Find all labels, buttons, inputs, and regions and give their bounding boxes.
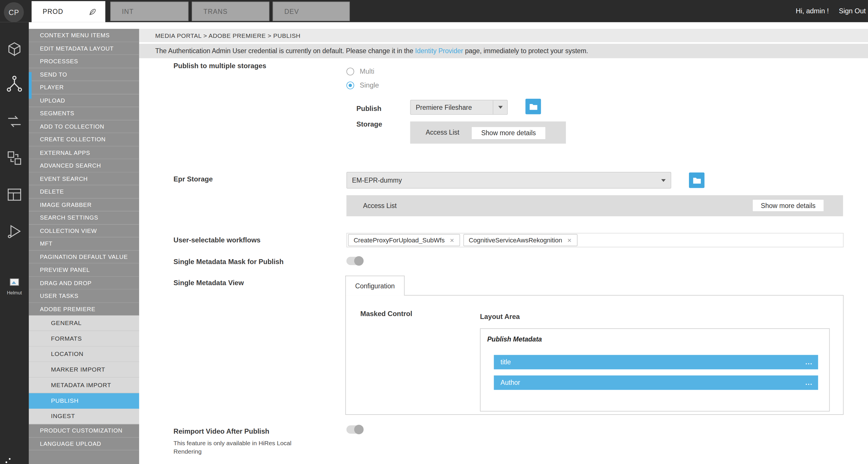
publish-storage-browse-button[interactable] [526, 99, 541, 114]
sidebar-item-user-tasks[interactable]: USER TASKS [29, 290, 139, 302]
sidebar-subitem-location[interactable]: LOCATION [29, 347, 139, 362]
env-tab-trans-label: TRANS [203, 7, 227, 15]
sidebar-item-image-grabber[interactable]: IMAGE GRABBER [29, 198, 139, 211]
sidebar-item-collection-view[interactable]: COLLECTION VIEW [29, 224, 139, 237]
env-tab-dev[interactable]: DEV [273, 2, 350, 21]
metadata-field-label: title [500, 358, 511, 366]
epr-storage-label: Epr Storage [174, 175, 213, 183]
folder-icon [529, 103, 537, 110]
topbar-user-area: Hi, admin ! Sign Out [796, 0, 866, 22]
app-window: CP PROD INT TRANS DEV Hi, admin ! Sign O… [0, 0, 868, 464]
sidebar-item-language-upload[interactable]: LANGUAGE UPLOAD [29, 437, 139, 451]
sidebar-item-event-search[interactable]: EVENT SEARCH [29, 172, 139, 185]
sidebar-subitem-ingest[interactable]: INGEST [29, 409, 139, 425]
metadata-field-label: Author [500, 379, 520, 386]
identity-provider-link[interactable]: Identity Provider [415, 47, 463, 55]
radio-multi-label: Multi [360, 67, 374, 76]
publish-metadata-title: Publish Metadata [487, 336, 542, 343]
workflow-tags-input[interactable]: CreateProxyForUpload_SubWfs ✕ CognitiveS… [346, 233, 844, 247]
sidebar-item-send-to[interactable]: SEND TO [29, 68, 139, 81]
sidebar-item-advanced-search[interactable]: ADVANCED SEARCH [29, 159, 139, 172]
env-tab-prod[interactable]: PROD [31, 1, 105, 22]
sidebar-item-preview-panel[interactable]: PREVIEW PANEL [29, 263, 139, 277]
sidebar-subitem-marker-import[interactable]: MARKER IMPORT [29, 362, 139, 378]
sidebar-item-create-collection[interactable]: CREATE COLLECTION [29, 133, 139, 146]
workflow-tag[interactable]: CognitiveServiceAwsRekognition ✕ [463, 234, 577, 246]
single-metadata-view-label: Single Metadata View [174, 279, 244, 287]
publish-storage-label: Publish Storage [356, 101, 393, 132]
workflow-tag[interactable]: CreateProxyForUpload_SubWfs ✕ [348, 234, 460, 246]
show-more-details-button[interactable]: Show more details [752, 199, 825, 212]
sidebar-item-delete[interactable]: DELETE [29, 185, 139, 198]
main-content: MEDIA PORTAL > ADOBE PREMIERE > PUBLISH … [139, 22, 868, 464]
sidebar-item-drag-and-drop[interactable]: DRAG AND DROP [29, 277, 139, 290]
panels-icon[interactable] [6, 186, 23, 203]
sidebar-item-product-customization[interactable]: PRODUCT CUSTOMIZATION [29, 424, 139, 437]
sidebar-item-adobe-premiere[interactable]: ADOBE PREMIERE [29, 302, 139, 316]
env-tab-trans[interactable]: TRANS [192, 2, 270, 21]
sidebar-subitem-general[interactable]: GENERAL [29, 316, 139, 331]
sidebar-item-add-to-collection[interactable]: ADD TO COLLECTION [29, 120, 139, 133]
tab-configuration[interactable]: Configuration [345, 276, 405, 295]
sidebar-item-context-menu-items[interactable]: CONTEXT MENU ITEMS [29, 29, 139, 42]
helmut-label: Helmut [7, 290, 22, 295]
app-logo[interactable]: CP [4, 2, 24, 22]
publish-storage-dropdown[interactable]: Premiere Fileshare [410, 100, 508, 115]
sidebar-item-player[interactable]: PLAYER [29, 81, 139, 94]
user-greeting: Hi, admin ! [796, 7, 829, 15]
radio-row-multi: Multi [346, 67, 374, 76]
sign-out-link[interactable]: Sign Out [839, 7, 866, 15]
sidebar-item-edit-metadata-layout[interactable]: EDIT METADATA LAYOUT [29, 42, 139, 55]
publish-storage-value: Premiere Fileshare [416, 104, 472, 111]
remove-tag-icon[interactable]: ✕ [567, 237, 572, 243]
render-play-icon[interactable] [6, 223, 23, 240]
sidebar-filler [29, 451, 139, 464]
icon-rail: Helmut ⚙ [0, 22, 29, 464]
sidebar-subitem-formats[interactable]: FORMATS [29, 331, 139, 347]
single-metadata-mask-toggle[interactable] [346, 257, 363, 265]
workflow-tree-icon[interactable] [5, 74, 24, 93]
sidebar-item-mft[interactable]: MFT [29, 237, 139, 251]
reimport-video-toggle[interactable] [346, 425, 363, 434]
radio-multi[interactable] [346, 67, 354, 76]
spark-dot [9, 458, 11, 460]
sidebar-subitem-metadata-import[interactable]: METADATA IMPORT [29, 378, 139, 393]
env-tab-int[interactable]: INT [110, 2, 189, 21]
top-bar: CP PROD INT TRANS DEV Hi, admin ! Sign O… [0, 0, 868, 22]
radio-single-label: Single [360, 82, 379, 89]
metadata-field-title[interactable]: title ... [494, 355, 818, 369]
sidebar-item-segments[interactable]: SEGMENTS [29, 107, 139, 120]
env-tab-dev-label: DEV [284, 7, 299, 15]
sidebar-item-pagination-default-value[interactable]: PAGINATION DEFAULT VALUE [29, 251, 139, 263]
sidebar-item-external-apps[interactable]: EXTERNAL APPS [29, 146, 139, 159]
env-tab-prod-label: PROD [43, 8, 63, 16]
epr-storage-dropdown[interactable]: EM-EPR-dummy [346, 172, 671, 188]
metadata-field-author[interactable]: Author ... [494, 376, 818, 390]
warning-text-after: page, immediately to protect your system… [463, 47, 588, 55]
process-flow-icon[interactable] [6, 113, 23, 130]
single-metadata-mask-label: Single Metadata Mask for Publish [174, 258, 284, 266]
toggle-knob [354, 425, 364, 434]
sidebar-subitem-publish[interactable]: PUBLISH [29, 393, 139, 409]
sidebar-item-upload[interactable]: UPLOAD [29, 94, 139, 107]
epr-storage-browse-button[interactable] [689, 173, 705, 188]
reimport-helper-text: This feature is only available in HiRes … [174, 439, 313, 456]
field-menu-icon[interactable]: ... [805, 379, 812, 386]
show-more-details-button[interactable]: Show more details [471, 126, 546, 140]
helmut-logo[interactable]: Helmut [0, 279, 29, 297]
publish-multiple-storages-label: Publish to multiple storages [174, 62, 266, 70]
workflow-tag-label: CognitiveServiceAwsRekognition [469, 237, 562, 243]
sidebar-item-processes[interactable]: PROCESSES [29, 55, 139, 68]
sidebar-item-search-settings[interactable]: SEARCH SETTINGS [29, 211, 139, 224]
feather-edit-icon [88, 7, 96, 16]
settings-sidebar: CONTEXT MENU ITEMS EDIT METADATA LAYOUT … [29, 29, 139, 464]
layout-area-box: Publish Metadata title ... Author ... [480, 328, 830, 411]
distribution-icon[interactable] [6, 150, 23, 167]
masked-control-label: Masked Control [360, 310, 412, 318]
assets-cube-icon[interactable] [6, 41, 23, 58]
access-list-label: Access List [363, 202, 397, 210]
radio-single[interactable] [346, 82, 354, 89]
field-menu-icon[interactable]: ... [805, 358, 812, 366]
radio-row-single: Single [346, 81, 379, 90]
remove-tag-icon[interactable]: ✕ [450, 237, 454, 243]
